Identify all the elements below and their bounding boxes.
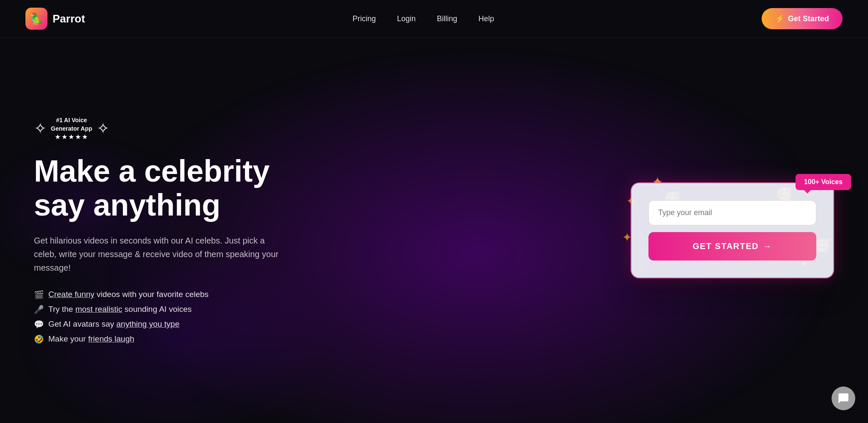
feature-underline-3: anything you type: [117, 319, 180, 328]
feature-item-3: 💬 Get AI avatars say anything you type: [34, 319, 322, 329]
feature-item-4: 🤣 Make your friends laugh: [34, 334, 322, 344]
email-input[interactable]: [648, 200, 816, 225]
chat-icon: [837, 392, 849, 404]
feature-item-2: 🎤 Try the most realistic sounding AI voi…: [34, 305, 322, 314]
feature-underline-2: most realistic: [75, 305, 122, 314]
navbar: 🦜 Parrot Pricing Login Billing Help ⚡ Ge…: [0, 0, 868, 38]
laurel-right-icon: ✧: [97, 120, 109, 137]
nav-link-help[interactable]: Help: [479, 14, 494, 23]
signup-card: GET STARTED →: [631, 182, 834, 278]
nav-link-billing[interactable]: Billing: [437, 14, 457, 23]
nav-link-pricing[interactable]: Pricing: [353, 14, 376, 23]
voices-badge: 100+ Voices: [796, 174, 851, 190]
hero-right: ✦ ✦ ✦ ✦ ✦ 🥰 🥰 🥰 100+ Voices GET STARTED …: [631, 182, 834, 278]
feature-item-1: 🎬 Create funny videos with your favorite…: [34, 290, 322, 300]
nav-get-started-button[interactable]: ⚡ Get Started: [762, 8, 843, 29]
award-stars: ★★★★★: [51, 133, 92, 141]
nav-link-login[interactable]: Login: [397, 14, 416, 23]
logo[interactable]: 🦜 Parrot: [25, 8, 85, 30]
chat-bubble-button[interactable]: [832, 387, 855, 410]
logo-icon: 🦜: [25, 8, 47, 30]
logo-text: Parrot: [53, 12, 85, 25]
laurel-left-icon: ✧: [34, 120, 47, 137]
feature-underline-4: friends laugh: [88, 334, 134, 343]
award-title: #1 AI VoiceGenerator App: [51, 116, 92, 133]
hero-headline: Make a celebrity say anything: [34, 154, 322, 221]
feature-list: 🎬 Create funny videos with your favorite…: [34, 290, 322, 344]
feature-icon-4: 🤣: [34, 334, 44, 344]
feature-underline-1: Create funny: [48, 290, 95, 299]
hero-section: ✧ #1 AI VoiceGenerator App ★★★★★ ✧ Make …: [0, 38, 868, 423]
feature-icon-1: 🎬: [34, 290, 44, 300]
award-badge: ✧ #1 AI VoiceGenerator App ★★★★★ ✧: [34, 116, 322, 141]
lightning-icon: ⚡: [775, 14, 785, 23]
award-text: #1 AI VoiceGenerator App ★★★★★: [51, 116, 92, 141]
feature-icon-3: 💬: [34, 319, 44, 329]
hero-subtext: Get hilarious videos in seconds with our…: [34, 234, 280, 275]
card-get-started-button[interactable]: GET STARTED →: [648, 232, 816, 261]
feature-icon-2: 🎤: [34, 305, 44, 314]
nav-links: Pricing Login Billing Help: [353, 14, 494, 23]
hero-left: ✧ #1 AI VoiceGenerator App ★★★★★ ✧ Make …: [34, 116, 322, 344]
